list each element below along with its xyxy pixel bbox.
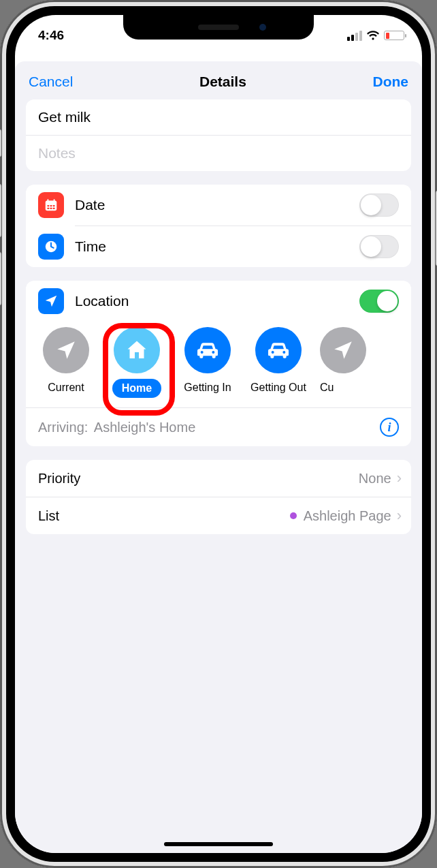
- location-option-label: Current: [48, 382, 84, 394]
- details-sheet: Cancel Details Done Get milk Notes Dat: [15, 61, 422, 853]
- priority-row[interactable]: Priority None ›: [26, 460, 411, 497]
- arriving-row[interactable]: Arriving: Ashleigh's Home i: [26, 407, 411, 446]
- location-options-scroll[interactable]: Current Home Getting In: [26, 322, 411, 407]
- svg-rect-1: [46, 201, 57, 204]
- list-row[interactable]: List Ashleigh Page ›: [26, 497, 411, 534]
- date-toggle[interactable]: [359, 193, 399, 217]
- location-toggle[interactable]: [359, 290, 399, 313]
- location-option-current[interactable]: Current: [37, 327, 95, 394]
- car-icon: [255, 327, 302, 373]
- svg-rect-5: [50, 205, 52, 206]
- svg-rect-8: [50, 208, 52, 209]
- location-card: Location Current: [26, 281, 411, 446]
- location-option-label: Cu: [320, 382, 334, 394]
- location-option-label: Getting Out: [250, 382, 306, 394]
- notes-field[interactable]: Notes: [26, 136, 411, 171]
- svg-rect-2: [48, 199, 49, 202]
- priority-label: Priority: [38, 471, 359, 486]
- date-row[interactable]: Date: [26, 185, 411, 226]
- house-icon: [114, 327, 160, 373]
- priority-list-card: Priority None › List Ashleigh Page ›: [26, 460, 411, 534]
- list-color-dot-icon: [290, 512, 297, 519]
- location-label: Location: [75, 293, 349, 309]
- date-label: Date: [75, 197, 349, 213]
- calendar-icon: [38, 192, 64, 218]
- chevron-right-icon: ›: [397, 507, 402, 525]
- list-label: List: [38, 508, 290, 524]
- location-row[interactable]: Location: [26, 281, 411, 322]
- svg-rect-11: [135, 354, 139, 359]
- time-toggle[interactable]: [359, 235, 399, 258]
- navigate-icon: [43, 327, 89, 373]
- arriving-value: Ashleigh's Home: [91, 420, 380, 435]
- car-icon: [184, 327, 231, 373]
- done-button[interactable]: Done: [373, 74, 409, 90]
- home-indicator[interactable]: [164, 842, 273, 846]
- clock-icon: [38, 234, 64, 260]
- status-time: 4:46: [38, 28, 64, 43]
- title-card: Get milk Notes: [26, 99, 411, 171]
- time-label: Time: [75, 238, 349, 255]
- page-title: Details: [199, 74, 246, 90]
- svg-rect-4: [48, 205, 50, 206]
- arriving-prefix: Arriving:: [38, 420, 88, 435]
- priority-value: None: [359, 471, 391, 486]
- navigate-icon: [320, 327, 366, 373]
- svg-rect-3: [54, 199, 55, 202]
- cellular-signal-icon: [347, 31, 362, 41]
- info-icon[interactable]: i: [380, 418, 399, 437]
- location-option-home[interactable]: Home: [108, 327, 166, 398]
- title-field[interactable]: Get milk: [26, 99, 411, 136]
- chevron-right-icon: ›: [397, 469, 402, 487]
- wifi-icon: [366, 31, 380, 41]
- datetime-card: Date Time: [26, 185, 411, 267]
- time-row[interactable]: Time: [26, 226, 411, 267]
- location-option-getting-out[interactable]: Getting Out: [249, 327, 308, 394]
- battery-icon: [384, 31, 404, 40]
- svg-rect-7: [48, 208, 50, 209]
- location-option-label: Home: [112, 379, 161, 398]
- location-arrow-icon: [38, 288, 64, 314]
- location-option-getting-in[interactable]: Getting In: [178, 327, 237, 394]
- location-option-custom[interactable]: Cu: [320, 327, 366, 394]
- list-value: Ashleigh Page: [290, 508, 391, 524]
- status-right: [347, 31, 404, 41]
- location-option-label: Getting In: [184, 382, 231, 394]
- cancel-button[interactable]: Cancel: [29, 74, 73, 90]
- svg-rect-6: [53, 205, 55, 206]
- nav-bar: Cancel Details Done: [15, 61, 422, 99]
- svg-rect-9: [53, 208, 55, 209]
